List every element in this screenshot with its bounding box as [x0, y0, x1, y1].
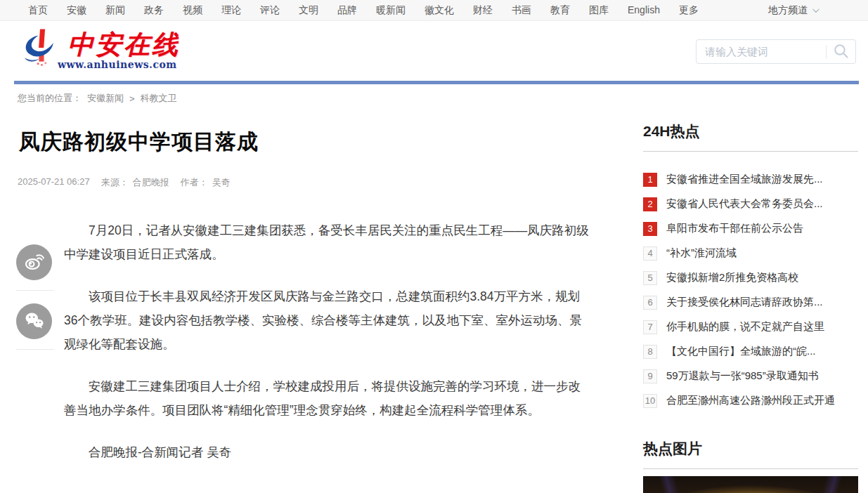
- search-divider: [826, 45, 827, 59]
- article-source-label: 来源：: [101, 176, 129, 189]
- article-author: 吴奇: [212, 176, 231, 189]
- news-article-page: { "topnav": { "items": ["首页","安徽","新闻","…: [0, 0, 868, 493]
- article-paragraph: 该项目位于长丰县双凤经济开发区凤庆路与金兰路交口，总建筑面积约3.84万平方米，…: [64, 284, 592, 356]
- hot-list-item[interactable]: 7 你手机贴的膜，说不定就产自这里: [643, 315, 858, 339]
- nav-item-hui-culture[interactable]: 徽文化: [425, 4, 454, 17]
- hot-item-title: 【文化中国行】全域旅游的“皖...: [666, 345, 816, 358]
- nav-item-news[interactable]: 新闻: [105, 4, 125, 17]
- site-logo-title: 中安在线: [67, 31, 180, 58]
- share-toolbar: [16, 244, 54, 362]
- article-paragraph: 7月20日，记者从安徽建工三建集团获悉，备受长丰居民关注的重点民生工程——凤庆路…: [64, 218, 592, 266]
- hot-list-item[interactable]: 5 安徽拟新增2所推免资格高校: [643, 265, 858, 290]
- hot-item-title: 安徽拟新增2所推免资格高校: [666, 271, 798, 284]
- search-box: [696, 39, 856, 64]
- nav-item-theory[interactable]: 理论: [221, 4, 241, 17]
- site-logo-text: 中安在线 www.anhuinews.com: [67, 31, 180, 70]
- article-main: 凤庆路初级中学项目落成 2025-07-21 06:27 来源： 合肥晚报 作者…: [18, 112, 615, 482]
- sidebar: 24H热点 1 安徽省推进全国全域旅游发展先... 2 安徽省人民代表大会常务委…: [643, 112, 858, 493]
- share-divider: [16, 290, 54, 291]
- weibo-icon: [23, 250, 46, 275]
- hot-list-item[interactable]: 2 安徽省人民代表大会常务委员会...: [643, 192, 858, 216]
- hot-item-title: 59万退款与一张“985”录取通知书: [666, 369, 819, 383]
- hot-item-title: 安徽省推进全国全域旅游发展先...: [666, 173, 823, 186]
- nav-item-finance[interactable]: 财经: [473, 4, 493, 17]
- site-logo-url: www.anhuinews.com: [58, 59, 180, 70]
- article-date: 2025-07-21 06:27: [18, 176, 90, 189]
- site-header: 中安在线 www.anhuinews.com: [0, 21, 868, 81]
- region-channel-label: 地方频道: [768, 4, 808, 17]
- article-paragraph: 安徽建工三建集团项目人士介绍，学校建成投用后，将提供设施完善的学习环境，进一步改…: [64, 374, 592, 422]
- rank-badge: 3: [643, 222, 657, 236]
- article-body: 7月20日，记者从安徽建工三建集团获悉，备受长丰居民关注的重点民生工程——凤庆路…: [64, 218, 592, 464]
- nav-item-warm-news[interactable]: 暖新闻: [376, 4, 406, 17]
- rank-badge: 7: [643, 320, 657, 334]
- hot-list-item[interactable]: 6 关于接受侯化林同志请辞政协第...: [643, 290, 858, 315]
- share-divider: [16, 349, 54, 350]
- nav-item-painting[interactable]: 书画: [512, 4, 531, 17]
- section-rule: [643, 151, 858, 152]
- rank-badge: 1: [643, 173, 657, 187]
- nav-item-home[interactable]: 首页: [28, 4, 48, 17]
- rank-badge: 4: [643, 246, 657, 261]
- region-channel-dropdown[interactable]: 地方频道: [768, 4, 817, 17]
- weibo-share-button[interactable]: [16, 244, 52, 280]
- hot-list-item[interactable]: 8 【文化中国行】全域旅游的“皖...: [643, 339, 858, 364]
- nav-item-comment[interactable]: 评论: [260, 4, 280, 17]
- rank-badge: 9: [643, 369, 657, 383]
- top-nav-bar: 首页 安徽 新闻 政务 视频 理论 评论 文明 品牌 暖新闻 徽文化 财经 书画…: [0, 0, 868, 21]
- hot-picture-thumbnail[interactable]: [643, 476, 858, 493]
- nav-item-video[interactable]: 视频: [183, 4, 202, 17]
- breadcrumb-link-keji-wenwei[interactable]: 科教文卫: [141, 92, 177, 105]
- hot-list-item[interactable]: 10 合肥至滁州高速公路滁州段正式开通: [643, 388, 858, 413]
- hot-list-item[interactable]: 4 “补水”淮河流域: [643, 241, 858, 265]
- rank-badge: 5: [643, 271, 657, 285]
- nav-item-civilization[interactable]: 文明: [299, 4, 318, 17]
- nav-item-brand[interactable]: 品牌: [337, 4, 357, 17]
- nav-item-gallery[interactable]: 图库: [589, 4, 609, 17]
- hot-list-item[interactable]: 3 阜阳市发布干部任前公示公告: [643, 216, 858, 241]
- search-input[interactable]: [705, 46, 820, 58]
- nav-item-anhui[interactable]: 安徽: [67, 4, 86, 17]
- hot-item-title: 你手机贴的膜，说不定就产自这里: [666, 320, 824, 334]
- rank-badge: 2: [643, 197, 657, 211]
- hot-list-item[interactable]: 1 安徽省推进全国全域旅游发展先...: [643, 167, 858, 192]
- top-nav-items: 首页 安徽 新闻 政务 视频 理论 评论 文明 品牌 暖新闻 徽文化 财经 书画…: [28, 4, 699, 17]
- article-byline: 合肥晚报-合新闻记者 吴奇: [64, 440, 592, 464]
- breadcrumb-link-anhui-news[interactable]: 安徽新闻: [87, 92, 124, 105]
- section-rule: [643, 468, 858, 469]
- rank-badge: 6: [643, 296, 657, 310]
- breadcrumb: 您当前的位置： 安徽新闻 > 科教文卫: [18, 92, 177, 105]
- hot-item-title: 安徽省人民代表大会常务委员会...: [666, 197, 823, 211]
- site-logo-icon: [20, 27, 63, 73]
- header-accent-bar: [14, 81, 859, 84]
- search-icon: [832, 42, 850, 62]
- search-button[interactable]: [832, 42, 850, 62]
- nav-item-gov[interactable]: 政务: [144, 4, 164, 17]
- hot-24h-heading: 24H热点: [643, 112, 858, 141]
- article-author-label: 作者：: [181, 176, 208, 189]
- site-logo[interactable]: 中安在线 www.anhuinews.com: [20, 27, 180, 73]
- rank-badge: 10: [643, 394, 657, 408]
- nav-item-education[interactable]: 教育: [550, 4, 570, 17]
- breadcrumb-label: 您当前的位置：: [18, 92, 82, 105]
- hot-item-title: 合肥至滁州高速公路滁州段正式开通: [666, 394, 835, 407]
- rank-badge: 8: [643, 345, 657, 359]
- article-title: 凤庆路初级中学项目落成: [19, 128, 615, 157]
- breadcrumb-separator: >: [129, 93, 135, 104]
- article-meta: 2025-07-21 06:27 来源： 合肥晚报 作者： 吴奇: [18, 176, 615, 189]
- wechat-share-button[interactable]: [16, 303, 52, 339]
- nav-item-english[interactable]: English: [628, 4, 660, 17]
- hot-list-item[interactable]: 9 59万退款与一张“985”录取通知书: [643, 364, 858, 388]
- chevron-down-icon: [812, 6, 820, 13]
- nav-item-more[interactable]: 更多: [679, 4, 699, 17]
- hot-item-title: 阜阳市发布干部任前公示公告: [666, 222, 803, 235]
- hot-pics-heading: 热点图片: [643, 430, 858, 459]
- wechat-icon: [23, 309, 46, 334]
- hot-item-title: “补水”淮河流域: [666, 246, 737, 260]
- article-source: 合肥晚报: [133, 176, 169, 189]
- hot-24h-list: 1 安徽省推进全国全域旅游发展先... 2 安徽省人民代表大会常务委员会... …: [643, 167, 858, 413]
- hot-item-title: 关于接受侯化林同志请辞政协第...: [666, 296, 823, 309]
